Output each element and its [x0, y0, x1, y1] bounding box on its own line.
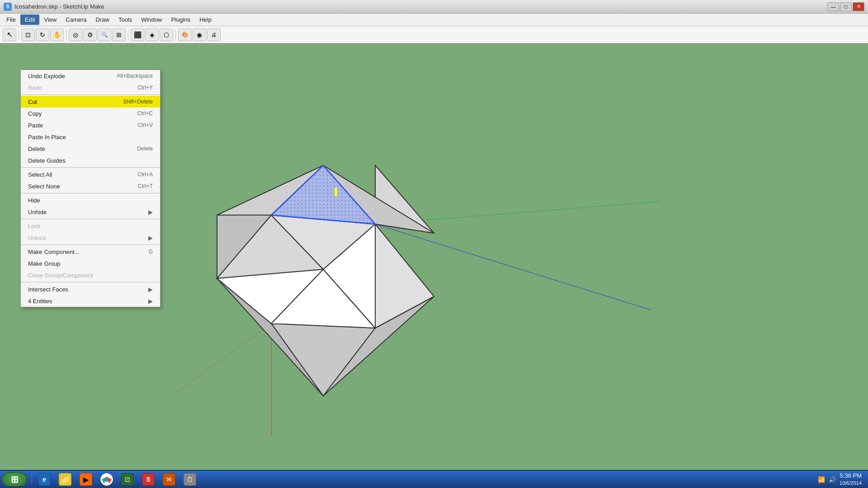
walk-button[interactable]: ⚙: [83, 28, 97, 41]
make-group-menuitem[interactable]: Make Group: [21, 258, 160, 269]
4-entities-label: 4 Entities: [28, 298, 52, 305]
redo-shortcut: Ctrl+Y: [137, 84, 153, 91]
zoom-window-button[interactable]: ⊞: [112, 28, 126, 41]
menu-view[interactable]: View: [39, 14, 61, 25]
taskbar-system-tray: 📶 🔊 5:36 PM 10/6/2014: [818, 472, 866, 486]
select-none-label: Select None: [28, 183, 60, 190]
cut-label: Cut: [28, 99, 37, 105]
select-none-shortcut: Ctrl+T: [138, 183, 153, 189]
delete-shortcut: Delete: [137, 145, 153, 152]
menu-window[interactable]: Window: [137, 14, 166, 25]
intersect-faces-label: Intersect Faces: [28, 286, 68, 293]
cut-menuitem[interactable]: Cut Shift+Delete: [21, 96, 160, 108]
clock-date: 10/6/2014: [840, 480, 862, 486]
close-group-label: Close Group/Component: [28, 272, 93, 279]
taskbar-sep-1: [32, 473, 32, 486]
rotate-view-button[interactable]: ↻: [36, 28, 49, 41]
lock-label: Lock: [28, 223, 40, 230]
taskbar-ie-button[interactable]: e: [35, 472, 54, 487]
menu-plugins[interactable]: Plugins: [167, 14, 195, 25]
menu-help[interactable]: Help: [195, 14, 216, 25]
taskbar-app8-button[interactable]: 🗒: [180, 472, 199, 487]
delete-label: Delete: [28, 145, 45, 152]
intersect-faces-menuitem[interactable]: Intersect Faces ▶: [21, 283, 160, 295]
intersect-faces-arrow: ▶: [148, 286, 153, 293]
menu-separator-4: [21, 219, 160, 219]
orbit-button[interactable]: ◎: [69, 28, 82, 41]
select-tool-button[interactable]: ↖: [3, 28, 16, 41]
taskbar: ⊞ e 📁 ▶ ⊡ S ✉ 🗒 📶 🔊 5:36 PM 10/6/2014: [0, 470, 868, 488]
paste-in-place-menuitem[interactable]: Paste In Place: [21, 131, 160, 143]
4-entities-menuitem[interactable]: 4 Entities ▶: [21, 295, 160, 307]
component-button[interactable]: ◈: [145, 28, 159, 41]
menu-edit[interactable]: Edit: [20, 14, 39, 25]
close-button[interactable]: ✕: [853, 2, 864, 11]
menu-separator-3: [21, 193, 160, 193]
menubar: File Edit View Camera Draw Tools Window …: [0, 14, 868, 26]
unhide-menuitem[interactable]: Unhide ▶: [21, 206, 160, 218]
taskbar-app5-button[interactable]: ⊡: [118, 472, 137, 487]
maximize-button[interactable]: □: [840, 2, 852, 11]
unhide-arrow: ▶: [148, 209, 153, 216]
make-component-menuitem[interactable]: Make Component... G: [21, 246, 160, 258]
menu-tools[interactable]: Tools: [114, 14, 137, 25]
paste-label: Paste: [28, 122, 43, 129]
make-component-shortcut: G: [149, 249, 153, 255]
4-entities-arrow: ▶: [148, 298, 153, 305]
titlebar-left: S Icosahedron.skp - SketchUp Make: [4, 3, 104, 11]
copy-label: Copy: [28, 110, 42, 117]
clock: 5:36 PM 10/6/2014: [840, 472, 862, 486]
toolbar-separator-4: [175, 29, 176, 40]
svg-rect-23: [335, 188, 337, 196]
edit-menu: Undo Explode Alt+Backspace Redo Ctrl+Y C…: [20, 70, 160, 307]
zoom-button[interactable]: 🔍: [98, 28, 111, 41]
redo-menuitem[interactable]: Redo Ctrl+Y: [21, 82, 160, 94]
minimize-button[interactable]: —: [827, 2, 839, 11]
paste-menuitem[interactable]: Paste Ctrl+V: [21, 119, 160, 131]
unlock-menuitem[interactable]: Unlock ▶: [21, 232, 160, 244]
taskbar-explorer-button[interactable]: 📁: [56, 472, 75, 487]
toolbar-separator-3: [128, 29, 128, 40]
components2-button[interactable]: ◉: [193, 28, 206, 41]
menu-file[interactable]: File: [2, 14, 20, 25]
titlebar: S Icosahedron.skp - SketchUp Make — □ ✕: [0, 0, 868, 14]
make-component-label: Make Component...: [28, 249, 79, 255]
select-none-menuitem[interactable]: Select None Ctrl+T: [21, 180, 160, 192]
network-icon: 📶: [818, 476, 825, 483]
undo-explode-menuitem[interactable]: Undo Explode Alt+Backspace: [21, 70, 160, 82]
unlock-label: Unlock: [28, 235, 46, 241]
copy-menuitem[interactable]: Copy Ctrl+C: [21, 108, 160, 119]
redo-label: Redo: [28, 84, 42, 91]
shape-button[interactable]: ⬡: [160, 28, 173, 41]
undo-shortcut: Alt+Backspace: [117, 73, 153, 79]
lock-menuitem[interactable]: Lock: [21, 220, 160, 232]
menu-camera[interactable]: Camera: [61, 14, 91, 25]
menu-separator-1: [21, 94, 160, 95]
zoom-extents-button[interactable]: ⊡: [21, 28, 35, 41]
menu-separator-6: [21, 282, 160, 282]
taskbar-app7-button[interactable]: ✉: [160, 472, 179, 487]
delete-menuitem[interactable]: Delete Delete: [21, 143, 160, 155]
unhide-label: Unhide: [28, 209, 47, 216]
menu-draw[interactable]: Draw: [91, 14, 114, 25]
unlock-arrow: ▶: [148, 235, 153, 241]
select-all-menuitem[interactable]: Select All Ctrl+A: [21, 169, 160, 180]
toolbar-separator-2: [66, 29, 66, 40]
viewport[interactable]: Undo Explode Alt+Backspace Redo Ctrl+Y C…: [0, 43, 868, 470]
hide-label: Hide: [28, 197, 40, 204]
clock-time: 5:36 PM: [840, 472, 862, 480]
taskbar-chrome-button[interactable]: [97, 472, 116, 487]
taskbar-sketchup-button[interactable]: S: [139, 472, 158, 487]
menu-separator-2: [21, 167, 160, 168]
pan-button[interactable]: ✋: [50, 28, 64, 41]
taskbar-media-button[interactable]: ▶: [76, 472, 95, 487]
close-group-menuitem[interactable]: Close Group/Component: [21, 269, 160, 281]
print-button[interactable]: 🖨: [207, 28, 221, 41]
toolbar-separator-1: [19, 29, 19, 40]
start-button[interactable]: ⊞: [2, 472, 27, 487]
materials-button[interactable]: 🎨: [178, 28, 192, 41]
copy-shortcut: Ctrl+C: [137, 110, 153, 117]
import-button[interactable]: ⬛: [131, 28, 144, 41]
hide-menuitem[interactable]: Hide: [21, 194, 160, 206]
delete-guides-menuitem[interactable]: Delete Guides: [21, 155, 160, 166]
